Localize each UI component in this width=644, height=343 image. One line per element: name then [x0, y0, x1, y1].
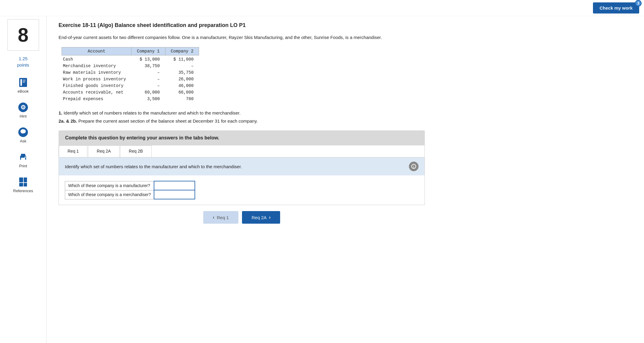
check-my-work-button[interactable]: Check my work 3: [593, 2, 639, 13]
prev-button-label: Req 1: [217, 215, 229, 220]
tab-req2a[interactable]: Req 2A: [88, 145, 119, 157]
col-header-company1: Company 1: [132, 47, 165, 55]
sidebar-item-ask[interactable]: Ask: [0, 125, 46, 145]
svg-point-13: [25, 157, 26, 158]
svg-rect-3: [23, 81, 26, 82]
manufacturer-input[interactable]: [155, 182, 194, 189]
form-row-manufacturer: Which of these company is a manufacturer…: [65, 181, 195, 190]
tab-header-text: Identify which set of numbers relates to…: [65, 164, 242, 169]
instructions: 1. Identify which set of numbers relates…: [59, 109, 425, 125]
account-wip: Work in process inventory: [62, 76, 132, 82]
top-bar: Check my work 3: [0, 0, 644, 16]
form-table: Which of these company is a manufacturer…: [65, 181, 195, 199]
tab-req1[interactable]: Req 1: [59, 145, 87, 157]
info-circle-button[interactable]: i: [409, 162, 419, 171]
account-ar: Accounts receivable, net: [62, 89, 132, 96]
references-icon: [18, 177, 29, 187]
raw-mat-company1: –: [132, 69, 165, 76]
manufacturer-input-cell[interactable]: [154, 181, 195, 190]
points-value: 1.25: [19, 56, 27, 61]
sidebar-item-print[interactable]: Print: [0, 150, 46, 170]
sidebar-item-ebook[interactable]: eBook: [0, 75, 46, 95]
svg-rect-11: [21, 154, 25, 156]
hint-label: Hint: [20, 114, 26, 118]
complete-box: Complete this question by entering your …: [59, 130, 425, 145]
points-label: points: [17, 62, 29, 67]
ask-label: Ask: [20, 139, 26, 143]
account-raw-mat: Raw materials inventory: [62, 69, 132, 76]
svg-rect-12: [21, 158, 25, 161]
exercise-description: End-of-year current assets for two diffe…: [59, 34, 425, 41]
content-area: Exercise 18-11 (Algo) Balance sheet iden…: [47, 16, 437, 343]
instruction-2-text: Prepare the current asset section of the…: [78, 118, 258, 124]
exercise-title: Exercise 18-11 (Algo) Balance sheet iden…: [59, 22, 425, 28]
fg-company2: 46,000: [165, 82, 199, 89]
instruction-1-text: Identify which set of numbers relates to…: [64, 110, 240, 115]
svg-point-8: [20, 129, 26, 133]
ask-icon: [18, 127, 29, 138]
sidebar-item-references[interactable]: References: [0, 175, 46, 195]
print-icon: [18, 152, 29, 163]
complete-box-label: Complete this question by entering your …: [65, 135, 219, 140]
prev-button[interactable]: ‹ Req 1: [203, 211, 238, 224]
cash-company1: $ 13,000: [132, 55, 165, 63]
tab-req2b[interactable]: Req 2B: [120, 145, 152, 157]
table-row: Cash $ 13,000 $ 11,000: [62, 55, 199, 63]
table-row: Work in process inventory – 26,000: [62, 76, 199, 82]
ebook-label: eBook: [18, 89, 29, 94]
prev-chevron-icon: ‹: [213, 215, 214, 220]
table-row: Accounts receivable, net 60,000 66,000: [62, 89, 199, 96]
ar-company2: 66,000: [165, 89, 199, 96]
instruction-1: 1. Identify which set of numbers relates…: [59, 109, 425, 117]
tab-req2b-label: Req 2B: [129, 149, 143, 154]
points-info: 1.25 points: [17, 55, 29, 68]
tab-content-req1: Identify which set of numbers relates to…: [59, 157, 425, 205]
tab-req2a-label: Req 2A: [97, 149, 111, 154]
merch-inv-company1: 38,750: [132, 63, 165, 69]
raw-mat-company2: 35,750: [165, 69, 199, 76]
sidebar: 8 1.25 points eBook: [0, 16, 47, 343]
cash-company2: $ 11,000: [165, 55, 199, 63]
next-chevron-icon: ›: [269, 215, 271, 220]
account-merch-inv: Merchandise inventory: [62, 63, 132, 69]
svg-rect-15: [24, 177, 27, 182]
account-fg: Finished goods inventory: [62, 82, 132, 89]
manufacturer-label: Which of these company is a manufacturer…: [65, 181, 154, 190]
col-header-company2: Company 2: [165, 47, 199, 55]
nav-buttons: ‹ Req 1 Req 2A ›: [59, 205, 425, 227]
ar-company1: 60,000: [132, 89, 165, 96]
table-row: Prepaid expenses 3,500 700: [62, 96, 199, 102]
wip-company1: –: [132, 76, 165, 82]
problem-number-box: 8: [8, 19, 39, 51]
sidebar-item-hint[interactable]: ⚙ Hint: [0, 100, 46, 120]
svg-rect-1: [20, 79, 22, 86]
wip-company2: 26,000: [165, 76, 199, 82]
svg-rect-4: [23, 82, 25, 83]
references-label: References: [13, 189, 33, 193]
print-label: Print: [19, 164, 27, 168]
instruction-1-bold: 1.: [59, 110, 62, 115]
merchandiser-input-cell[interactable]: [154, 190, 195, 199]
svg-rect-16: [19, 183, 23, 186]
problem-number: 8: [18, 24, 29, 46]
svg-rect-14: [19, 177, 23, 182]
next-button-label: Req 2A: [252, 215, 267, 220]
table-row: Merchandise inventory 38,750 –: [62, 63, 199, 69]
tab-header: Identify which set of numbers relates to…: [59, 157, 425, 175]
account-cash: Cash: [62, 55, 132, 63]
merch-inv-company2: –: [165, 63, 199, 69]
form-row-merchandiser: Which of these company is a merchandiser…: [65, 190, 195, 199]
table-row: Finished goods inventory – 46,000: [62, 82, 199, 89]
form-area: Which of these company is a manufacturer…: [59, 175, 425, 205]
data-table: Account Company 1 Company 2 Cash $ 13,00…: [62, 47, 199, 102]
instruction-2: 2a. & 2b. Prepare the current asset sect…: [59, 117, 425, 125]
prepaid-company1: 3,500: [132, 96, 165, 102]
tab-req1-label: Req 1: [68, 149, 79, 154]
col-header-account: Account: [62, 47, 132, 55]
next-button[interactable]: Req 2A ›: [242, 211, 280, 224]
prepaid-company2: 700: [165, 96, 199, 102]
svg-rect-2: [23, 80, 26, 80]
merchandiser-input[interactable]: [155, 191, 194, 198]
account-prepaid: Prepaid expenses: [62, 96, 132, 102]
hint-icon: ⚙: [18, 102, 29, 113]
